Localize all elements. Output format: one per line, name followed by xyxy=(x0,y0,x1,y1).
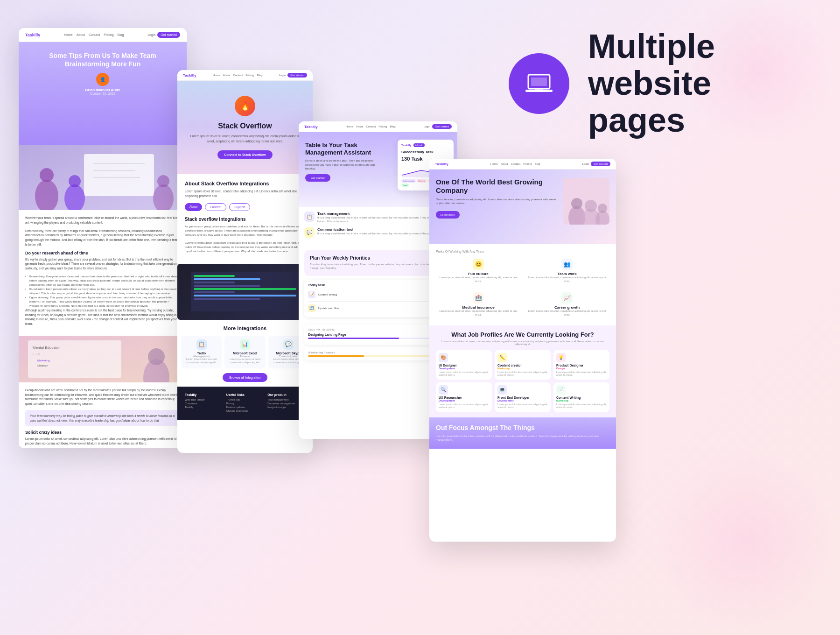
so-nav-logo: Taskilly xyxy=(183,73,196,78)
so-footer-logo: Taskilly xyxy=(185,393,223,396)
integration-excel[interactable]: 📊 Microsoft Excel Finance Lorem ipsum do… xyxy=(224,336,265,368)
tm-label-4: Email xyxy=(401,183,409,187)
blog-nav-about[interactable]: About xyxy=(77,33,85,36)
so-integrations-title: Stack overflow integrations xyxy=(185,217,305,222)
browse-all-btn[interactable]: Browse all Integration xyxy=(223,373,267,382)
svg-point-11 xyxy=(157,175,169,187)
tm-designing-date: 04:30 PM - 05:30 PM xyxy=(308,328,448,331)
tm-today-item-2: 🔄 Update user flow xyxy=(308,303,448,313)
co-job-ux-icon: 🔍 xyxy=(439,385,448,395)
hero-title-line3: pages xyxy=(588,102,715,139)
svg-text:Mental Educator: Mental Educator xyxy=(33,346,60,350)
so-footer-link-1[interactable]: Why trust Taskilly xyxy=(185,398,223,401)
so-footer-useful-title: Useful links xyxy=(226,393,264,396)
svg-point-7 xyxy=(40,168,54,182)
co-job-ui-title: UI Designer xyxy=(439,364,489,367)
tm-nav-links: Home About Contact Pricing Blog xyxy=(346,125,396,128)
tm-feature-icon-1: 📋 xyxy=(304,212,315,222)
so-nav-blog[interactable]: Blog xyxy=(257,74,263,77)
excel-desc: Lorem ipsum dolor sit amet consectetur a… xyxy=(227,358,262,365)
co-job-ux-dept: Development xyxy=(439,399,489,402)
so-more-integrations-title: More Integrations xyxy=(177,325,313,331)
integration-trello[interactable]: 📋 Trello Management Lorem ipsum dolor si… xyxy=(181,336,222,368)
tm-nav-blog[interactable]: Blog xyxy=(390,125,396,128)
svg-text:L→G: L→G xyxy=(33,353,40,356)
so-footer-useful-4[interactable]: Chrome extensions xyxy=(226,409,264,412)
tm-nav-contact[interactable]: Contact xyxy=(366,125,376,128)
tm-feature-desc-2: It is a long established fact that a rea… xyxy=(317,232,434,235)
so-footer-link-3[interactable]: Taskilly xyxy=(185,406,223,409)
blog-hero: Some Tips From Us To Make Team Brainstor… xyxy=(19,42,187,145)
blog-quote: Your brainstorming may be taking place t… xyxy=(25,410,180,427)
code-line-7 xyxy=(194,295,296,296)
tm-weekly-title: Plan Your Weekly Priorities xyxy=(310,255,446,261)
so-footer-useful-2[interactable]: Pricing xyxy=(226,402,264,405)
tm-label-1: Entries writing xyxy=(401,179,416,183)
tm-wireframing-progress-bar xyxy=(308,355,448,357)
blog-list-1: Researching: Everyone writes ideas and p… xyxy=(25,275,180,287)
so-nav-contact[interactable]: Contact xyxy=(233,74,243,77)
tm-nav-about[interactable]: About xyxy=(356,125,364,128)
code-line-3 xyxy=(194,282,235,283)
blog-card: Taskilly Home About Contact Pricing Blog… xyxy=(19,28,187,448)
blog-nav-home[interactable]: Home xyxy=(64,33,73,36)
so-footer-link-2[interactable]: Customers xyxy=(185,402,223,405)
blog-author: Brian Imanuel Aude xyxy=(26,88,179,92)
blog-nav-blog[interactable]: Blog xyxy=(118,33,124,36)
co-hero-btn[interactable]: Learn more xyxy=(436,211,460,219)
co-job-ui-designer[interactable]: 🎨 UI Designer Development Lorem ipsum do… xyxy=(436,350,492,380)
trello-name: Trello xyxy=(184,352,219,355)
tm-nav-logo: Taskilly xyxy=(304,125,318,129)
so-about-title: About Stack Overflow Integrations xyxy=(185,181,305,186)
blog-cta-btn[interactable]: Get started xyxy=(157,32,180,38)
tm-divider xyxy=(308,301,448,302)
tm-wireframing-progress-fill xyxy=(308,355,364,357)
so-nav-about[interactable]: About xyxy=(223,74,231,77)
so-login-btn[interactable]: Login xyxy=(279,74,286,77)
tm-hero-cta[interactable]: Get started xyxy=(305,174,330,182)
tm-today-label: Today task xyxy=(308,283,448,287)
code-line-5 xyxy=(194,288,296,290)
co-job-ux-researcher[interactable]: 🔍 UX Researcher Development Lorem ipsum … xyxy=(436,382,492,412)
so-tab-support[interactable]: Support xyxy=(229,203,250,211)
tm-task-filter[interactable]: All task xyxy=(413,143,425,147)
so-integrations-grid: 📋 Trello Management Lorem ipsum dolor si… xyxy=(177,336,313,368)
blog-image2-svg: Mental Educator L→G Marketing Strategy xyxy=(19,336,187,382)
so-nav-pricing[interactable]: Pricing xyxy=(245,74,254,77)
so-footer-useful-3[interactable]: Feature updates xyxy=(226,406,264,409)
tm-login[interactable]: Login xyxy=(424,125,431,128)
tm-task-header: Taskilly All task xyxy=(401,143,450,147)
right-section: Multiplewebsitepages xyxy=(490,0,840,635)
co-job-ui-desc: Lorem ipsum dolor sit consectetur adipis… xyxy=(439,371,489,377)
laptop-icon-circle xyxy=(509,53,569,114)
tm-weekly-desc: Turn backlog items into scheduling you. … xyxy=(310,262,446,270)
blog-login-btn[interactable]: Login xyxy=(147,33,155,36)
screenshots-section: Taskilly Home About Contact Pricing Blog… xyxy=(0,0,490,635)
so-cta-btn[interactable]: Get started xyxy=(287,73,307,78)
so-stack-icon: 🔥 xyxy=(235,96,255,116)
so-nav-home[interactable]: Home xyxy=(213,74,220,77)
tm-nav-pricing[interactable]: Pricing xyxy=(378,125,387,128)
tm-cta[interactable]: Get started xyxy=(432,124,452,129)
svg-text:Marketing: Marketing xyxy=(37,359,49,362)
blog-nav: Taskilly Home About Contact Pricing Blog… xyxy=(19,28,187,42)
main-container: Taskilly Home About Contact Pricing Blog… xyxy=(0,0,840,635)
so-footer-useful-1[interactable]: Try free trial xyxy=(226,398,264,401)
so-hero-cta[interactable]: Connect to Stack Overflow xyxy=(217,150,272,159)
tm-nav-home[interactable]: Home xyxy=(346,125,353,128)
so-nav-links: Home About Contact Pricing Blog xyxy=(213,74,263,77)
blog-text3: Although a primary meeting in the confer… xyxy=(25,308,180,326)
code-line-6 xyxy=(194,291,235,293)
so-tab-about[interactable]: About xyxy=(185,203,202,211)
blog-nav-pricing[interactable]: Pricing xyxy=(104,33,113,36)
blog-intro-text: Whether your team is spread around a con… xyxy=(25,216,180,225)
tm-designing-progress-bar xyxy=(308,338,448,339)
so-tab-connect[interactable]: Connect xyxy=(205,203,226,211)
so-nav: Taskilly Home About Contact Pricing Blog… xyxy=(177,70,313,81)
blog-list-2: Round-robin: Each person writes down as … xyxy=(25,287,180,296)
blog-image-svg xyxy=(19,145,187,210)
blog-image-inner xyxy=(19,145,187,210)
blog-text2: Unfortunately, there are plenty of thing… xyxy=(25,229,180,247)
blog-nav-contact[interactable]: Contact xyxy=(89,33,100,36)
co-job-ux-desc: Lorem ipsum dolor sit consectetur adipis… xyxy=(439,403,489,409)
